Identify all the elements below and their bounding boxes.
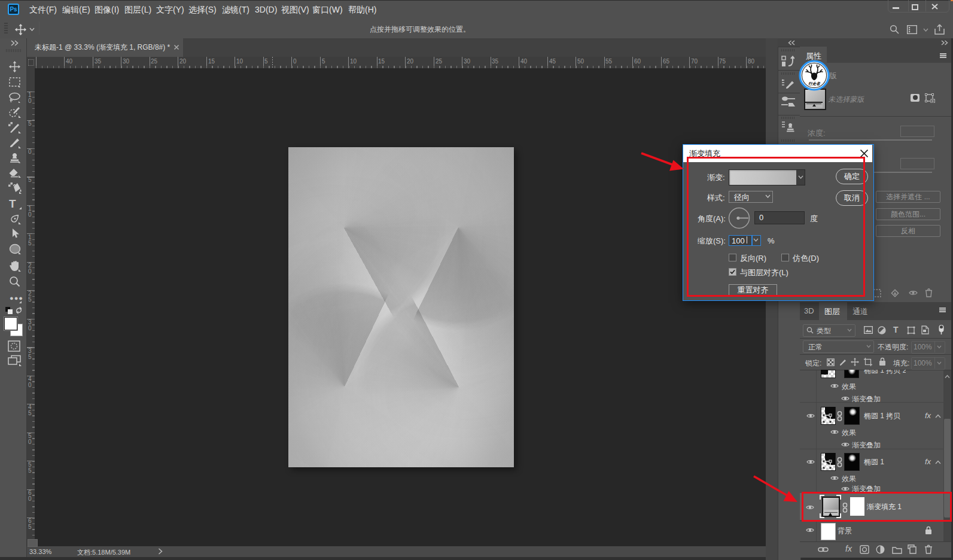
svg-text:行走者: 行走者 bbox=[808, 81, 821, 86]
